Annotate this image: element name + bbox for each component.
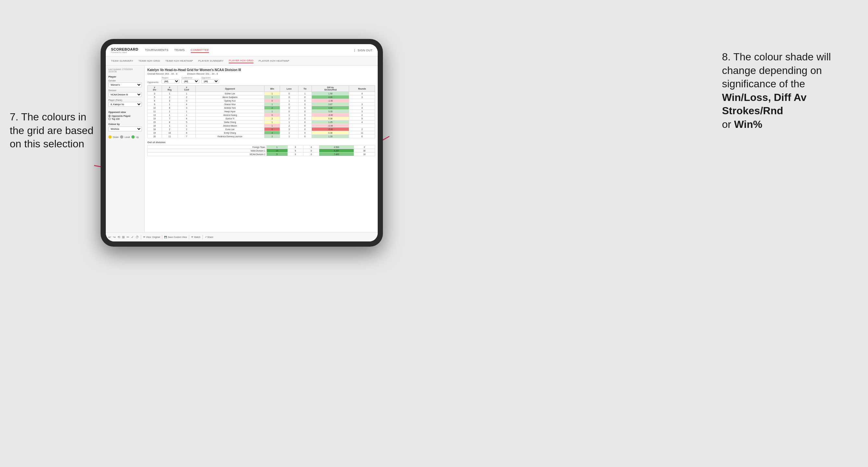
sub-nav-team-h2h-grid[interactable]: TEAM H2H GRID [138,59,160,63]
sidebar-division-select[interactable]: NCAA Division III [108,92,142,97]
legend-row: Down Level Up [108,135,142,138]
filter-region-select[interactable]: (All) [162,79,180,84]
filter-region: Region (All) [162,76,180,84]
filter-opponent-select[interactable]: (All) [201,79,219,84]
table-row: 20117 Federica Domecq Lacroze 2 1 0 1.33… [148,135,375,138]
sub-nav: TEAM SUMMARY TEAM H2H GRID TEAM H2H HEAT… [106,57,378,66]
radio-opponents-played-dot[interactable] [108,115,111,117]
app-logo: SCOREBOARD [111,48,138,51]
table-row: Foreign Team 1 0 0 4.500 2 [148,145,375,149]
th-div: #Div [148,86,162,92]
nav-teams[interactable]: TEAMS [174,48,185,53]
table-row: NCAA Division 2 5 0 0 7.400 10 [148,153,375,156]
watch-icon: 👁 [191,236,193,238]
nav-right: | Sign out [354,48,373,53]
th-conf: #Conf [178,86,196,92]
main-content: Last Updated: 27/03/2024 16:55:38 Player… [106,66,378,232]
filter-conference-select[interactable]: (All) [181,79,199,84]
th-loss: Loss [280,86,298,92]
toolbar-divider3 [189,235,189,240]
share-icon: ↗ [205,236,207,239]
tablet-frame: SCOREBOARD Powered by clippd TOURNAMENTS… [101,39,383,247]
radio-opponents-played-label: Opponents Played [112,115,130,117]
main-table: #Div #Reg #Conf Opponent Win Loss Tie Di… [147,85,375,138]
filter-opponent-label: Opponent [201,76,219,79]
legend-up-dot [131,135,135,138]
table-row: 633 Sydney Kuo 0 1 0 -1.00 [148,99,375,102]
nav-committee[interactable]: COMMITTEE [191,48,209,53]
table-row: 1822 Euna Lee 0 3 0 -5.00 2 [148,128,375,131]
legend-down-dot [108,135,112,138]
radio-top100[interactable]: Top 100 [108,118,142,120]
toolbar-divider4 [203,235,203,240]
record-row: Overall Record: 353 - 34 - 6 Division Re… [147,72,375,75]
division-record: Division Record: 331 - 34 - 6 [187,72,218,75]
table-row: 1311 Jessica Huang 0 1 0 -3.00 2 [148,113,375,117]
toolbar-watch-btn[interactable]: 👁 Watch [191,236,200,238]
th-reg: #Reg [162,86,178,92]
opponents-label: Opponents: [147,81,159,84]
sidebar-colour-by-select[interactable]: Win/loss [108,127,142,131]
toolbar-timer-icon[interactable]: ⏱ [136,235,139,239]
toolbar-refresh-icon[interactable]: ⟲ [118,235,120,239]
sidebar-player-rank-select[interactable]: 8. Katelyn Vo [108,102,142,107]
table-row: 1474 Eunice Yi 2 2 0 0.38 9 [148,117,375,120]
sub-nav-player-h2h-heatmap[interactable]: PLAYER H2H HEATMAP [259,59,289,63]
table-row: 522 Alexis Sudjianto 1 0 0 4.00 3 [148,95,375,99]
sidebar-player-title: Player [108,75,142,78]
view-icon: 👁 [143,236,145,238]
toolbar-redo-icon[interactable]: ↪ [113,235,116,239]
th-rounds: Rounds [349,86,375,92]
out-of-division-label: Out of division [147,141,375,144]
top-nav: SCOREBOARD Powered by clippd TOURNAMENTS… [106,44,378,57]
nav-tournaments[interactable]: TOURNAMENTS [145,48,168,53]
table-row: 1585 Stella Cheng 1 1 0 1.25 4 [148,120,375,124]
sidebar-gender-label: Gender [108,80,142,82]
toolbar-share-btn[interactable]: ↗ Share [205,236,214,239]
filter-region-label: Region [162,76,180,79]
legend-up-label: Up [136,136,139,138]
sidebar: Last Updated: 27/03/2024 16:55:38 Player… [106,66,145,232]
toolbar-cut-icon[interactable]: ✂ [127,235,129,239]
th-tie: Tie [298,86,311,92]
sub-nav-player-summary[interactable]: PLAYER SUMMARY [198,59,224,63]
toolbar-grid-icon[interactable]: ⊞ [122,235,125,239]
table-row: 914 Sharon Mun 1 0 0 3.67 3 [148,102,375,106]
app-logo-sub: Powered by clippd [111,51,133,53]
sidebar-timestamp: Last Updated: 27/03/2024 16:55:38 [108,68,142,73]
sidebar-player-rank-label: Player (Rank) [108,99,142,101]
out-of-division-table: Foreign Team 1 0 0 4.500 2 NAIA Division… [147,145,375,156]
tablet-screen: SCOREBOARD Powered by clippd TOURNAMENTS… [106,44,378,242]
filter-groups: Region (All) Conference (All) [162,76,219,84]
toolbar-view-original-btn[interactable]: 👁 View: Original [143,236,160,238]
radio-top100-dot[interactable] [108,118,111,120]
radio-top100-label: Top 100 [112,118,120,120]
filter-conference: Conference (All) [181,76,199,84]
content-area: Katelyn Vo Head-to-Head Grid for Women's… [145,66,378,232]
radio-opponents-played[interactable]: Opponents Played [108,115,142,117]
nav-signout[interactable]: Sign out [358,48,373,53]
legend-down-label: Down [113,136,119,138]
toolbar-undo-icon[interactable]: ↩ [108,235,111,239]
overall-record: Overall Record: 353 - 34 - 6 [147,72,178,75]
sidebar-gender-select[interactable]: Women's [108,83,142,87]
filter-bar: Opponents: Region (All) Conference (All) [147,76,375,84]
sub-nav-team-h2h-heatmap[interactable]: TEAM H2H HEATMAP [165,59,193,63]
table-row: 1611 Jessica Mason 1 2 0 -0.94 [148,124,375,128]
toolbar-save-custom-btn[interactable]: 💾 Save Custom View [164,236,187,239]
sub-nav-team-summary[interactable]: TEAM SUMMARY [111,59,133,63]
sidebar-division-label: Division [108,89,142,92]
filter-opponent: Opponent (All) [201,76,219,84]
toolbar-divider [141,235,141,240]
toolbar-check-icon[interactable]: ✓ [131,235,134,239]
legend-level-dot [120,135,123,138]
th-diff: Diff AvStrokes/Rnd [312,86,349,92]
table-row: NAIA Division 1 15 0 0 9.267 30 [148,149,375,153]
annotation-left: 7. The colours in the grid are based on … [10,110,94,151]
legend-level-label: Level [125,136,130,138]
sidebar-colour-by-label: Colour by [108,123,142,126]
sub-nav-player-h2h-grid[interactable]: PLAYER H2H GRID [229,58,253,63]
table-row: 311 Esther Lee 1 0 1 1.50 4 [148,92,375,95]
nav-links: TOURNAMENTS TEAMS COMMITTEE [145,48,354,53]
save-icon: 💾 [164,236,167,239]
